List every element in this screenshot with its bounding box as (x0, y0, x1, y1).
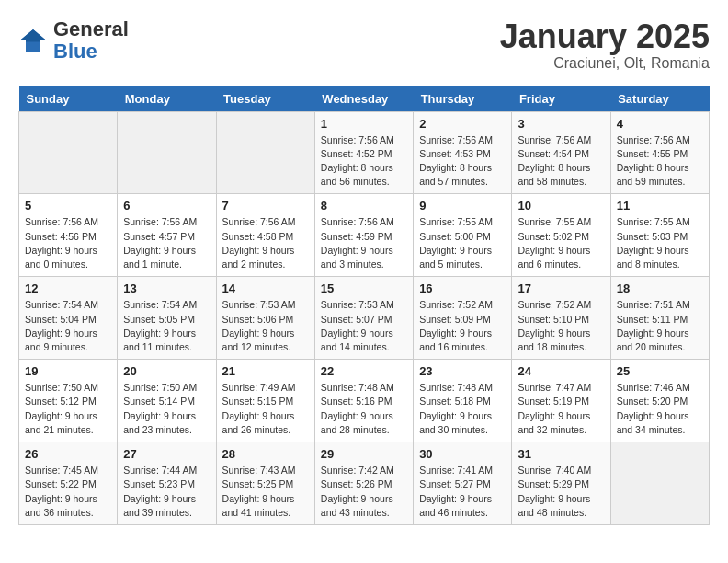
calendar-day-15: 15Sunrise: 7:53 AMSunset: 5:07 PMDayligh… (314, 277, 413, 360)
day-number: 6 (123, 199, 210, 213)
day-number: 7 (222, 199, 309, 213)
day-info: Sunrise: 7:56 AMSunset: 4:59 PMDaylight:… (321, 215, 407, 271)
calendar-day-14: 14Sunrise: 7:53 AMSunset: 5:06 PMDayligh… (216, 277, 314, 360)
day-info: Sunrise: 7:43 AMSunset: 5:25 PMDaylight:… (222, 464, 309, 520)
calendar-day-10: 10Sunrise: 7:55 AMSunset: 5:02 PMDayligh… (512, 194, 610, 277)
day-number: 12 (25, 282, 111, 295)
day-info: Sunrise: 7:48 AMSunset: 5:16 PMDaylight:… (321, 381, 407, 437)
logo-blue-text: Blue (53, 40, 97, 63)
calendar-week-row: 5Sunrise: 7:56 AMSunset: 4:56 PMDaylight… (19, 194, 710, 277)
calendar-title: January 2025 (500, 18, 710, 55)
day-number: 2 (419, 117, 506, 131)
day-number: 16 (419, 282, 506, 295)
day-number: 22 (321, 364, 407, 378)
calendar-week-row: 12Sunrise: 7:54 AMSunset: 5:04 PMDayligh… (19, 277, 710, 360)
day-info: Sunrise: 7:40 AMSunset: 5:29 PMDaylight:… (518, 464, 604, 520)
day-number: 11 (617, 199, 703, 213)
day-info: Sunrise: 7:55 AMSunset: 5:02 PMDaylight:… (518, 215, 604, 271)
day-info: Sunrise: 7:56 AMSunset: 4:54 PMDaylight:… (518, 133, 604, 190)
calendar-week-row: 1Sunrise: 7:56 AMSunset: 4:52 PMDaylight… (19, 111, 710, 194)
weekday-header-tuesday: Tuesday (216, 86, 314, 112)
day-info: Sunrise: 7:41 AMSunset: 5:27 PMDaylight:… (419, 464, 506, 520)
calendar-table: SundayMondayTuesdayWednesdayThursdayFrid… (18, 86, 710, 525)
day-info: Sunrise: 7:49 AMSunset: 5:15 PMDaylight:… (222, 381, 309, 437)
day-number: 13 (123, 282, 210, 295)
day-info: Sunrise: 7:56 AMSunset: 4:57 PMDaylight:… (123, 215, 210, 271)
day-number: 26 (25, 447, 111, 461)
day-number: 23 (419, 364, 506, 378)
calendar-day-17: 17Sunrise: 7:52 AMSunset: 5:10 PMDayligh… (512, 277, 610, 360)
day-info: Sunrise: 7:51 AMSunset: 5:11 PMDaylight:… (617, 298, 703, 354)
calendar-day-5: 5Sunrise: 7:56 AMSunset: 4:56 PMDaylight… (19, 194, 118, 277)
day-info: Sunrise: 7:50 AMSunset: 5:14 PMDaylight:… (123, 381, 210, 437)
day-info: Sunrise: 7:55 AMSunset: 5:00 PMDaylight:… (419, 215, 506, 271)
day-info: Sunrise: 7:56 AMSunset: 4:55 PMDaylight:… (617, 133, 703, 190)
day-info: Sunrise: 7:54 AMSunset: 5:05 PMDaylight:… (123, 298, 210, 354)
calendar-day-7: 7Sunrise: 7:56 AMSunset: 4:58 PMDaylight… (216, 194, 314, 277)
day-number: 27 (123, 447, 210, 461)
day-number: 29 (321, 447, 407, 461)
weekday-header-wednesday: Wednesday (314, 86, 413, 112)
calendar-day-4: 4Sunrise: 7:56 AMSunset: 4:55 PMDaylight… (610, 111, 709, 194)
day-info: Sunrise: 7:53 AMSunset: 5:07 PMDaylight:… (321, 298, 407, 354)
calendar-day-25: 25Sunrise: 7:46 AMSunset: 5:20 PMDayligh… (610, 360, 709, 442)
day-number: 14 (222, 282, 309, 295)
logo-icon (18, 26, 48, 55)
day-info: Sunrise: 7:50 AMSunset: 5:12 PMDaylight:… (25, 381, 111, 437)
weekday-header-friday: Friday (512, 86, 610, 112)
day-info: Sunrise: 7:56 AMSunset: 4:52 PMDaylight:… (321, 133, 407, 190)
calendar-day-19: 19Sunrise: 7:50 AMSunset: 5:12 PMDayligh… (19, 360, 118, 442)
calendar-day-20: 20Sunrise: 7:50 AMSunset: 5:14 PMDayligh… (118, 360, 216, 442)
calendar-day-29: 29Sunrise: 7:42 AMSunset: 5:26 PMDayligh… (314, 442, 413, 525)
calendar-day-16: 16Sunrise: 7:52 AMSunset: 5:09 PMDayligh… (414, 277, 512, 360)
calendar-day-30: 30Sunrise: 7:41 AMSunset: 5:27 PMDayligh… (414, 442, 512, 525)
day-info: Sunrise: 7:45 AMSunset: 5:22 PMDaylight:… (25, 464, 111, 520)
day-number: 5 (25, 199, 111, 213)
day-info: Sunrise: 7:48 AMSunset: 5:18 PMDaylight:… (419, 381, 506, 437)
day-info: Sunrise: 7:44 AMSunset: 5:23 PMDaylight:… (123, 464, 210, 520)
day-number: 8 (321, 199, 407, 213)
day-number: 20 (123, 364, 210, 378)
weekday-header-row: SundayMondayTuesdayWednesdayThursdayFrid… (19, 86, 710, 112)
calendar-day-13: 13Sunrise: 7:54 AMSunset: 5:05 PMDayligh… (118, 277, 216, 360)
logo: General Blue (18, 18, 129, 63)
calendar-day-3: 3Sunrise: 7:56 AMSunset: 4:54 PMDaylight… (512, 111, 610, 194)
day-number: 10 (518, 199, 604, 213)
day-number: 15 (321, 282, 407, 295)
weekday-header-saturday: Saturday (610, 86, 709, 112)
empty-day-cell (610, 442, 709, 525)
day-info: Sunrise: 7:56 AMSunset: 4:58 PMDaylight:… (222, 215, 309, 271)
page-header: General Blue January 2025 Craciunei, Olt… (18, 18, 710, 72)
day-number: 28 (222, 447, 309, 461)
day-info: Sunrise: 7:52 AMSunset: 5:10 PMDaylight:… (518, 298, 604, 354)
day-number: 9 (419, 199, 506, 213)
logo-general-text: General (53, 17, 129, 40)
day-number: 19 (25, 364, 111, 378)
calendar-day-9: 9Sunrise: 7:55 AMSunset: 5:00 PMDaylight… (414, 194, 512, 277)
day-info: Sunrise: 7:54 AMSunset: 5:04 PMDaylight:… (25, 298, 111, 354)
calendar-day-22: 22Sunrise: 7:48 AMSunset: 5:16 PMDayligh… (314, 360, 413, 442)
weekday-header-monday: Monday (118, 86, 216, 112)
calendar-day-24: 24Sunrise: 7:47 AMSunset: 5:19 PMDayligh… (512, 360, 610, 442)
calendar-day-18: 18Sunrise: 7:51 AMSunset: 5:11 PMDayligh… (610, 277, 709, 360)
day-number: 18 (617, 282, 703, 295)
calendar-day-21: 21Sunrise: 7:49 AMSunset: 5:15 PMDayligh… (216, 360, 314, 442)
day-number: 30 (419, 447, 506, 461)
calendar-day-1: 1Sunrise: 7:56 AMSunset: 4:52 PMDaylight… (314, 111, 413, 194)
day-number: 1 (321, 117, 407, 131)
calendar-week-row: 19Sunrise: 7:50 AMSunset: 5:12 PMDayligh… (19, 360, 710, 442)
calendar-day-2: 2Sunrise: 7:56 AMSunset: 4:53 PMDaylight… (414, 111, 512, 194)
calendar-subtitle: Craciunei, Olt, Romania (500, 55, 710, 72)
day-info: Sunrise: 7:47 AMSunset: 5:19 PMDaylight:… (518, 381, 604, 437)
calendar-day-23: 23Sunrise: 7:48 AMSunset: 5:18 PMDayligh… (414, 360, 512, 442)
day-info: Sunrise: 7:42 AMSunset: 5:26 PMDaylight:… (321, 464, 407, 520)
day-number: 21 (222, 364, 309, 378)
calendar-day-28: 28Sunrise: 7:43 AMSunset: 5:25 PMDayligh… (216, 442, 314, 525)
day-info: Sunrise: 7:53 AMSunset: 5:06 PMDaylight:… (222, 298, 309, 354)
svg-marker-1 (20, 29, 47, 42)
calendar-day-26: 26Sunrise: 7:45 AMSunset: 5:22 PMDayligh… (19, 442, 118, 525)
day-number: 24 (518, 364, 604, 378)
calendar-day-8: 8Sunrise: 7:56 AMSunset: 4:59 PMDaylight… (314, 194, 413, 277)
calendar-day-6: 6Sunrise: 7:56 AMSunset: 4:57 PMDaylight… (118, 194, 216, 277)
day-info: Sunrise: 7:56 AMSunset: 4:53 PMDaylight:… (419, 133, 506, 190)
